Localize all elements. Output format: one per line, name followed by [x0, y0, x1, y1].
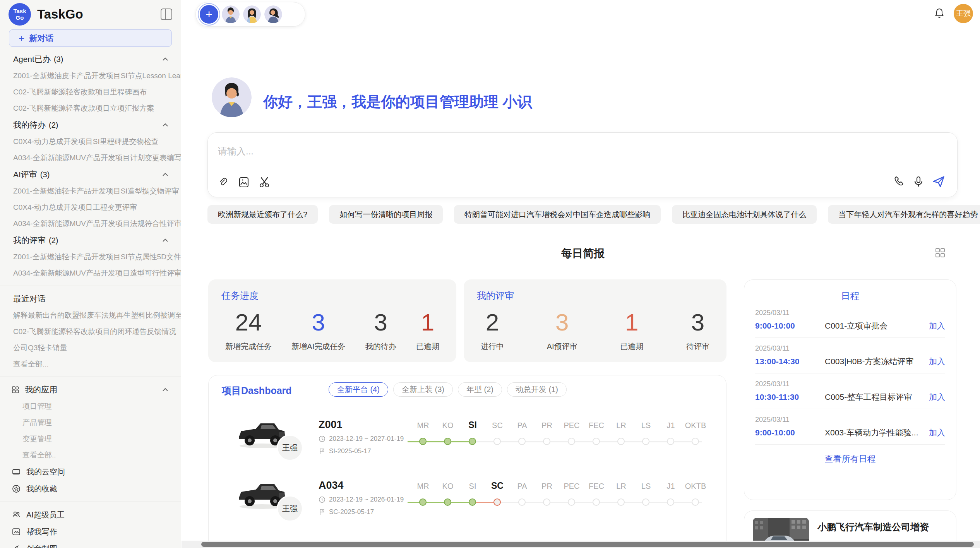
sidebar-item[interactable]: Z001-全新燃油轻卡产品开发项目SI造型提交物评审 [0, 183, 181, 199]
stat-overdue: 1 已逾期 [416, 309, 439, 352]
section-header-my-todo[interactable]: 我的待办 (2) [0, 116, 181, 134]
schedule-item: 2025/03/11 13:00-14:30 C003|H0B-方案冻结评审 加… [755, 338, 945, 373]
chevron-up-icon [161, 236, 169, 244]
recent-chat-item[interactable]: C02-飞腾新能源轻客改款项目的闭环通告反馈情况 [0, 324, 181, 340]
sidebar-item[interactable]: A034-全新新能源MUV产品开发项目计划变更表编写 [0, 150, 181, 166]
section-header-ai-review[interactable]: AI评审 (3) [0, 166, 181, 183]
stat-review-overdue: 1 已逾期 [620, 309, 643, 352]
sidebar-item[interactable]: A034-全新新能源MUV产品开发项目造型可行性评审 [0, 265, 181, 281]
assistant-avatar-3[interactable] [264, 5, 282, 23]
add-assistant-button[interactable]: + [200, 5, 218, 24]
suggestion-chip[interactable]: 比亚迪全固态电池计划具体说了什么 [672, 205, 817, 224]
sidebar-item[interactable]: Z001-全新燃油皮卡产品开发项目SI节点Lesson Learn报告 [0, 68, 181, 84]
suggestion-chip[interactable]: 欧洲新规最近颁布了什么? [207, 205, 318, 224]
image-icon[interactable] [238, 176, 250, 188]
milestone-label: PA [509, 482, 536, 491]
project-dates: 2023-12-19 ~ 2026-01-19 [319, 496, 404, 503]
recent-view-all[interactable]: 查看全部... [0, 356, 181, 372]
recent-chat-item[interactable]: 公司Q3轻卡销量 [0, 340, 181, 356]
sidebar-item[interactable]: A034-全新新能源MUV产品开发项目法规符合性评审 [0, 216, 181, 232]
divider [0, 377, 181, 377]
sidebar-item[interactable]: Z001-全新燃油轻卡产品开发项目SI节点属性5D文件评审 [0, 249, 181, 265]
milestone-label: SI [459, 482, 486, 491]
view-all-schedule-link[interactable]: 查看所有日程 [755, 453, 945, 465]
milestone-dot-overdue [493, 498, 501, 506]
schedule-item: 2025/03/11 9:00-10:00 X003-车辆动力学性能验... 加… [755, 409, 945, 445]
layout-grid-icon[interactable] [934, 247, 946, 259]
milestone-dot [667, 498, 674, 506]
new-chat-button[interactable]: + 新对话 [9, 29, 172, 47]
mic-icon[interactable] [912, 175, 925, 188]
tab-new-platform[interactable]: 全新平台 (4) [329, 382, 388, 397]
plus-icon: + [19, 33, 24, 43]
sidebar-item[interactable]: C02-飞腾新能源轻客改款项目里程碑画布 [0, 84, 181, 100]
tab-model-year[interactable]: 年型 (2) [458, 382, 502, 397]
my-review-title: 我的评审 [477, 289, 713, 302]
schedule-time: 10:30-11:30 [755, 392, 825, 402]
milestone-dot [692, 498, 699, 506]
flag-icon [319, 448, 326, 455]
join-link[interactable]: 加入 [929, 356, 945, 367]
suggestion-chip[interactable]: 特朗普可能对进口汽车增税会对中国车企造成哪些影响 [454, 205, 661, 224]
app-item-project-mgmt[interactable]: 项目管理 [0, 398, 181, 414]
chevron-up-icon [161, 171, 169, 178]
horizontal-scrollbar-thumb[interactable] [201, 542, 974, 547]
tool-ai-super-staff[interactable]: AI超级员工 [0, 506, 181, 523]
milestone-dot [518, 438, 526, 445]
scissors-icon[interactable] [258, 176, 271, 188]
tool-help-me-write[interactable]: 帮我写作 [0, 523, 181, 540]
greeting-text: 你好，王强，我是你的项目管理助理 小识 [263, 92, 532, 112]
composer-left-actions [217, 176, 271, 188]
sidebar-item[interactable]: C02-飞腾新能源轻客改款项目立项汇报方案 [0, 100, 181, 116]
assistant-avatar-2[interactable] [243, 5, 261, 23]
milestone-label: KO [434, 421, 461, 430]
tab-new-body[interactable]: 全新上装 (3) [393, 382, 453, 397]
join-link[interactable]: 加入 [929, 320, 945, 331]
my-favorites[interactable]: 我的收藏 [0, 480, 181, 497]
sidebar-item[interactable]: C0X4-动力总成开发项目SI里程碑提交物检查 [0, 134, 181, 150]
milestone-dot [593, 438, 600, 445]
news-title: 小鹏飞行汽车制造公司增资 [817, 521, 947, 533]
user-avatar[interactable]: 王强 [954, 4, 973, 23]
milestone-dot [543, 438, 550, 445]
milestone-label: MR [409, 421, 437, 430]
dashboard-title: 项目Dashboard [222, 384, 292, 397]
my-cloud-space[interactable]: 我的云空间 [0, 463, 181, 480]
recent-chat-item[interactable]: 解释最新出台的欧盟报废车法规再生塑料比例被调至15%... [0, 307, 181, 324]
tab-powertrain-dev[interactable]: 动总开发 (1) [507, 382, 567, 397]
phone-icon[interactable] [893, 175, 905, 188]
milestone-label-current: SI [459, 420, 486, 430]
join-link[interactable]: 加入 [929, 392, 945, 402]
suggestion-chip[interactable]: 当下年轻人对汽车外观有怎样的喜好趋势 [828, 205, 980, 224]
project-row-a034[interactable]: 王强 A034 2023-12-19 ~ 2026-01-19 SC-2025-… [209, 476, 726, 536]
sidebar-item[interactable]: C0X4-动力总成开发项目工程变更评审 [0, 199, 181, 216]
apps-view-all[interactable]: 查看全部.. [0, 447, 181, 463]
send-icon[interactable] [932, 175, 946, 188]
assistant-avatar-1[interactable] [222, 5, 240, 23]
section-header-my-review[interactable]: 我的评审 (2) [0, 232, 181, 249]
sidebar-lists: Agent已办 (3) Z001-全新燃油皮卡产品开发项目SI节点Lesson … [0, 51, 181, 548]
chat-input[interactable] [218, 144, 837, 159]
milestone-dot [642, 438, 649, 445]
project-row-z001[interactable]: 王强 Z001 2023-12-19 ~ 2027-01-19 SI-2025-… [209, 415, 726, 476]
schedule-time: 9:00-10:00 [755, 428, 825, 437]
section-header-agent-done[interactable]: Agent已办 (3) [0, 51, 181, 68]
paperclip-icon[interactable] [217, 176, 230, 188]
sidebar-collapse-icon[interactable] [161, 9, 172, 20]
composer [207, 132, 958, 197]
schedule-item: 2025/03/11 9:00-10:00 C001-立项审批会 加入 [755, 302, 945, 338]
app-item-product-mgmt[interactable]: 产品管理 [0, 414, 181, 431]
flag-icon [319, 509, 326, 515]
daily-briefing-title: 每日简报 [207, 246, 958, 261]
schedule-time: 13:00-14:30 [755, 357, 825, 366]
my-apps-header[interactable]: 我的应用 [0, 381, 181, 398]
milestone-label: KO [434, 482, 461, 491]
bell-icon[interactable] [933, 7, 946, 20]
milestone-label: PEC [558, 421, 585, 430]
suggestion-chip[interactable]: 如何写一份清晰的项目周报 [329, 205, 443, 224]
schedule-event-title: C005-整车工程目标评审 [825, 392, 929, 402]
milestone-dot [568, 438, 575, 445]
app-item-change-mgmt[interactable]: 变更管理 [0, 431, 181, 447]
join-link[interactable]: 加入 [929, 427, 945, 438]
tool-creative-drawing[interactable]: 创意制图 [0, 540, 181, 548]
